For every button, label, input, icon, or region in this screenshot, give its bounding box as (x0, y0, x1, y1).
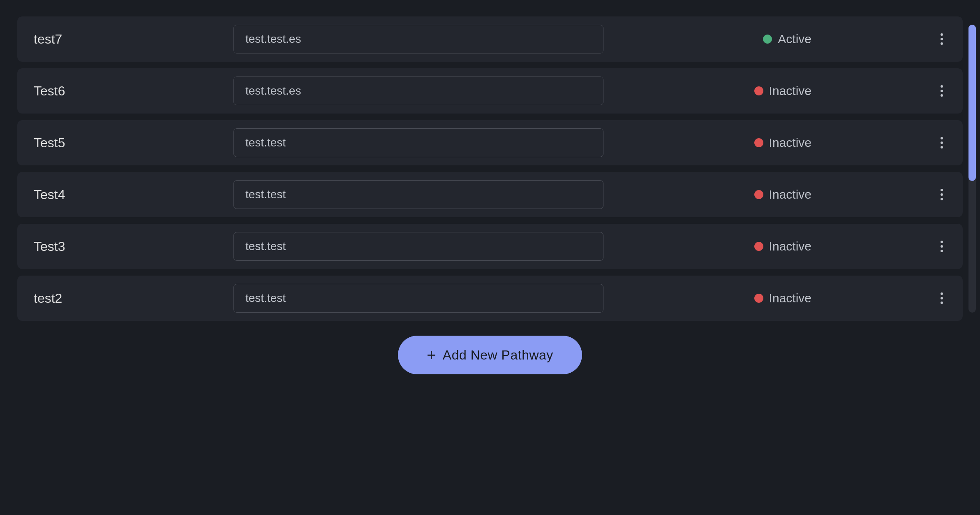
status-label-test6: Inactive (769, 84, 811, 98)
status-dot-test4 (754, 190, 763, 199)
pathway-card-test4: Test4 test.test Inactive (17, 172, 963, 217)
status-label-test5: Inactive (769, 136, 811, 150)
pathway-status-test3: Inactive (721, 239, 811, 253)
pathway-name-test2: test2 (34, 291, 116, 306)
more-dot-1 (941, 85, 943, 88)
pathway-url-box-test3: test.test (233, 232, 603, 261)
pathway-status-test6: Inactive (721, 84, 811, 98)
pathway-card-test7: test7 test.test.es Active (17, 16, 963, 62)
pathway-name-test4: Test4 (34, 187, 116, 202)
status-dot-test3 (754, 242, 763, 251)
status-dot-test5 (754, 138, 763, 147)
more-dot-2 (941, 38, 943, 40)
pathway-url-test5: test.test (245, 136, 286, 149)
add-pathway-label: Add New Pathway (443, 348, 553, 363)
more-dot-2 (941, 90, 943, 92)
pathway-url-box-test7: test.test.es (233, 25, 603, 53)
more-dot-1 (941, 241, 943, 243)
more-button-test4[interactable] (937, 186, 946, 204)
pathway-card-test2: test2 test.test Inactive (17, 276, 963, 321)
pathway-status-test4: Inactive (721, 188, 811, 202)
pathway-url-test7: test.test.es (245, 32, 301, 46)
pathway-url-box-test2: test.test (233, 284, 603, 313)
more-dot-1 (941, 137, 943, 139)
pathway-name-test6: Test6 (34, 84, 116, 99)
add-pathway-button[interactable]: + Add New Pathway (398, 336, 582, 374)
status-dot-test7 (763, 35, 772, 44)
pathway-status-test5: Inactive (721, 136, 811, 150)
more-dot-3 (941, 198, 943, 200)
pathway-name-test7: test7 (34, 32, 116, 47)
scrollbar-thumb[interactable] (968, 25, 976, 181)
pathway-card-test5: Test5 test.test Inactive (17, 120, 963, 165)
more-dot-3 (941, 250, 943, 252)
more-dot-1 (941, 33, 943, 36)
status-label-test3: Inactive (769, 239, 811, 253)
pathway-url-test2: test.test (245, 292, 286, 305)
more-dot-1 (941, 189, 943, 191)
more-button-test3[interactable] (937, 237, 946, 255)
pathway-url-box-test6: test.test.es (233, 77, 603, 105)
more-dot-2 (941, 142, 943, 144)
more-button-test5[interactable] (937, 134, 946, 152)
more-dot-3 (941, 42, 943, 45)
more-dot-2 (941, 297, 943, 299)
status-dot-test2 (754, 294, 763, 303)
pathway-url-test4: test.test (245, 188, 286, 201)
more-dot-3 (941, 302, 943, 304)
more-button-test2[interactable] (937, 289, 946, 307)
more-dot-1 (941, 292, 943, 295)
pathway-url-test3: test.test (245, 240, 286, 253)
pathway-status-test7: Active (721, 32, 811, 46)
status-label-test4: Inactive (769, 188, 811, 202)
pathway-url-box-test5: test.test (233, 128, 603, 157)
more-dot-3 (941, 94, 943, 97)
more-button-test6[interactable] (937, 82, 946, 100)
plus-icon: + (427, 347, 436, 363)
pathway-status-test2: Inactive (721, 291, 811, 305)
more-dot-2 (941, 193, 943, 196)
status-label-test2: Inactive (769, 291, 811, 305)
pathway-url-box-test4: test.test (233, 180, 603, 209)
add-button-container: + Add New Pathway (17, 336, 963, 374)
pathway-card-test6: Test6 test.test.es Inactive (17, 68, 963, 114)
pathways-list: test7 test.test.es Active Test6 test.tes… (17, 16, 963, 374)
status-dot-test6 (754, 86, 763, 95)
more-dot-3 (941, 146, 943, 148)
pathway-name-test5: Test5 (34, 135, 116, 151)
pathway-card-test3: Test3 test.test Inactive (17, 224, 963, 269)
status-label-test7: Active (778, 32, 811, 46)
pathway-name-test3: Test3 (34, 239, 116, 254)
more-dot-2 (941, 245, 943, 248)
pathway-url-test6: test.test.es (245, 84, 301, 97)
more-button-test7[interactable] (937, 30, 946, 48)
scrollbar-track[interactable] (968, 25, 976, 313)
